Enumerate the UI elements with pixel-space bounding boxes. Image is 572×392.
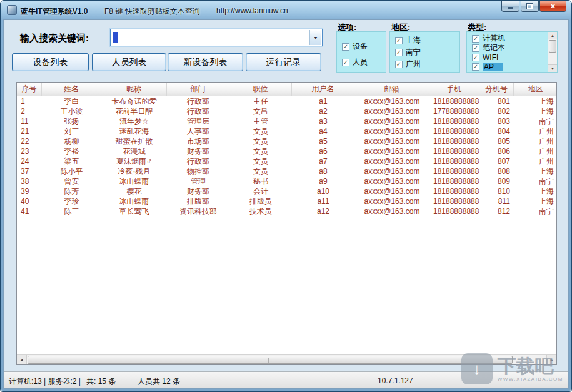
- table-row[interactable]: 38曾安冰山蝶雨管理秘书a9axxxx@163.com1818888888880…: [17, 176, 556, 186]
- table-cell: 2: [17, 106, 42, 116]
- scroll-left-icon[interactable]: ◄: [17, 355, 27, 364]
- column-header[interactable]: 邮箱: [354, 83, 429, 96]
- table-cell: 陈小平: [42, 166, 101, 176]
- table-cell: 排版部: [167, 196, 229, 206]
- checkbox-item[interactable]: ✓人员: [337, 54, 386, 70]
- table-cell: 39: [17, 186, 42, 196]
- app-window: 蓝牛IT管理系统V1.0 F8 键 快速取剪贴板文本查询 http://www.…: [0, 0, 572, 392]
- table-cell: 卡布奇诺的爱: [101, 96, 167, 106]
- options-checkbox-group: ✓设备✓人员: [336, 31, 386, 73]
- table-cell: 李珍: [42, 196, 101, 206]
- table-row[interactable]: 40李珍冰山蝶雨排版部排版员a11axxxx@163.com1818888888…: [17, 196, 556, 206]
- column-header[interactable]: 手机: [429, 83, 479, 96]
- table-cell: 冰山蝶雨: [101, 176, 167, 186]
- titlebar[interactable]: 蓝牛IT管理系统V1.0 F8 键 快速取剪贴板文本查询 http://www.…: [1, 1, 571, 19]
- scrollbar-thumb[interactable]: [549, 40, 556, 53]
- table-cell: 18188888888: [429, 96, 479, 106]
- column-header[interactable]: 序号: [17, 83, 42, 96]
- minimize-icon: [508, 7, 513, 9]
- table-cell: 张扬: [42, 116, 101, 126]
- table-cell: 广州: [514, 156, 556, 166]
- table-body: 1李白卡布奇诺的爱行政部主任a1axxxx@163.com18188888888…: [17, 96, 556, 354]
- table-row[interactable]: 1李白卡布奇诺的爱行政部主任a1axxxx@163.com18188888888…: [17, 96, 556, 106]
- checkbox-box[interactable]: ✓: [342, 43, 349, 51]
- table-cell: 管理层: [167, 116, 229, 126]
- device-list-button[interactable]: 设备列表: [12, 53, 89, 71]
- checkbox-box[interactable]: ✓: [472, 54, 479, 61]
- table-row[interactable]: 41陈三草长莺飞资讯科技部技术员a12axxxx@163.com18188888…: [17, 206, 556, 216]
- search-combobox[interactable]: ▼: [110, 29, 323, 46]
- table-row[interactable]: 24梁五夏沫烟雨♂行政部文员a7axxxx@163.com18188888888…: [17, 156, 556, 166]
- table-row[interactable]: 39陈芳樱花财务部会计a10axxxx@163.com1818888888881…: [17, 186, 556, 196]
- checkbox-box[interactable]: ✓: [472, 35, 479, 43]
- column-header[interactable]: 用户名: [292, 83, 354, 96]
- checkbox-item[interactable]: ✓笔记本: [467, 43, 547, 53]
- table-cell: 37: [17, 166, 42, 176]
- column-header[interactable]: 职位: [229, 83, 292, 96]
- scroll-right-icon[interactable]: ►: [546, 355, 556, 364]
- checkbox-item[interactable]: ✓广州: [390, 58, 459, 70]
- checkbox-box[interactable]: ✓: [472, 44, 479, 52]
- minimize-button[interactable]: [501, 1, 519, 12]
- close-button[interactable]: ×: [539, 1, 566, 12]
- table-cell: 21: [17, 126, 42, 136]
- table-cell: a9: [292, 176, 354, 186]
- table-cell: 808: [479, 166, 514, 176]
- table-cell: axxxx@163.com: [354, 196, 429, 206]
- table-row[interactable]: 2王小波花前半日醒行政部文昌a2axxxx@163.com17788888888…: [17, 106, 556, 116]
- checkbox-box[interactable]: ✓: [395, 49, 403, 56]
- checkbox-label: 人员: [353, 57, 368, 68]
- column-header[interactable]: 姓名: [42, 83, 101, 96]
- table-row[interactable]: 11张扬流年梦☆管理层主管a3axxxx@163.com181888888888…: [17, 116, 556, 126]
- table-cell: a7: [292, 156, 354, 166]
- checkbox-item[interactable]: ✓AP: [467, 62, 547, 71]
- type-group-scrollbar[interactable]: ▲ ▼: [548, 32, 557, 72]
- horizontal-scrollbar[interactable]: ◄ ►: [17, 354, 556, 364]
- column-header[interactable]: 地区: [514, 83, 557, 96]
- scroll-up-icon[interactable]: ▲: [548, 32, 557, 39]
- checkbox-box[interactable]: ✓: [395, 37, 403, 44]
- table-row[interactable]: 23李裕花漫城财务部文员a6axxxx@163.com1818888888880…: [17, 146, 556, 156]
- table-cell: 18188888888: [429, 176, 479, 186]
- table-cell: axxxx@163.com: [354, 126, 429, 136]
- checkbox-item[interactable]: ✓南宁: [390, 46, 459, 58]
- table-cell: 管理: [167, 176, 229, 186]
- column-header[interactable]: 部门: [167, 83, 229, 96]
- checkbox-box[interactable]: ✓: [472, 63, 479, 71]
- table-row[interactable]: 21刘三迷乱花海人事部文员a4axxxx@163.com181888888888…: [17, 126, 556, 136]
- table-cell: 18188888888: [429, 186, 479, 196]
- table-cell: 物控部: [167, 166, 229, 176]
- scrollbar-thumb[interactable]: [28, 356, 513, 364]
- table-row[interactable]: 22杨柳甜蜜在扩散市场部文员a5axxxx@163.com18188888888…: [17, 136, 556, 146]
- checkbox-item[interactable]: ✓计算机: [467, 34, 547, 43]
- table-cell: 南宁: [514, 116, 556, 126]
- table-cell: 行政部: [167, 156, 229, 166]
- table-cell: a12: [292, 206, 354, 216]
- checkbox-item[interactable]: ✓设备: [337, 39, 386, 54]
- scroll-down-icon[interactable]: ▼: [548, 64, 557, 72]
- new-device-list-button[interactable]: 新设备列表: [168, 53, 243, 71]
- status-ip-address: 10.7.1.127: [378, 376, 413, 385]
- type-checkbox-group: ▲ ▼ ✓计算机✓笔记本✓WIFI✓AP: [466, 31, 558, 73]
- maximize-icon: [527, 4, 533, 9]
- person-list-button[interactable]: 人员列表: [92, 53, 166, 71]
- run-log-button[interactable]: 运行记录: [246, 53, 321, 71]
- checkbox-item[interactable]: ✓上海: [390, 34, 459, 46]
- table-row[interactable]: 37陈小平冷夜·残月物控部文员a8axxxx@163.com1818888888…: [17, 166, 556, 176]
- region-checkbox-group: ✓上海✓南宁✓广州: [389, 31, 460, 73]
- column-header[interactable]: 分机号: [479, 83, 514, 96]
- column-header[interactable]: 昵称: [101, 83, 167, 96]
- search-input[interactable]: [121, 31, 306, 44]
- status-bar: 计算机:13 | 服务器:2 | 共: 15 条 人员共 12 条 10.7.1…: [4, 371, 568, 388]
- table-cell: 会计: [229, 186, 292, 196]
- checkbox-box[interactable]: ✓: [395, 61, 403, 68]
- checkbox-label: AP: [483, 63, 503, 71]
- table-cell: 40: [17, 196, 42, 206]
- checkbox-item[interactable]: ✓WIFI: [467, 53, 547, 62]
- checkbox-box[interactable]: ✓: [342, 59, 349, 66]
- close-icon: ×: [551, 1, 556, 11]
- maximize-button[interactable]: [521, 1, 539, 12]
- table-cell: 18188888888: [429, 196, 479, 206]
- table-cell: 805: [479, 136, 514, 146]
- search-dropdown-button[interactable]: ▼: [309, 30, 321, 45]
